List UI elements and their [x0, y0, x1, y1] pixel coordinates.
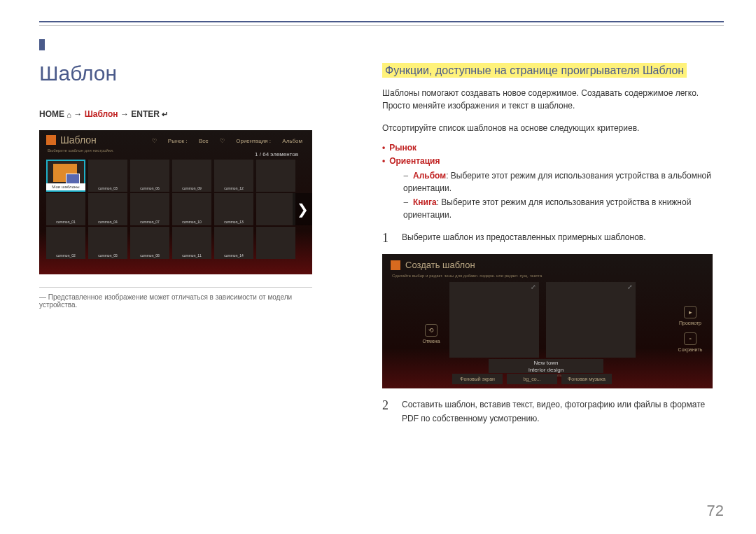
tab-bg-co[interactable]: bg_co... — [507, 374, 557, 384]
breadcrumb: HOME ⌂ → Шаблон → ENTER ↵ — [39, 109, 312, 119]
numbered-steps: 1 Выберите шаблон из предоставленных при… — [382, 231, 713, 425]
ss1-title: Шаблон — [60, 134, 97, 146]
template-tile[interactable] — [256, 160, 295, 192]
page-number: 72 — [707, 502, 724, 520]
save-button[interactable]: ▫ Сохранить — [676, 332, 704, 352]
sub-bullet-book: ‒Книга: Выберите этот режим для использо… — [403, 196, 713, 221]
top-line — [39, 25, 724, 26]
intro-text: Шаблоны помогают создавать новое содержи… — [382, 87, 713, 112]
template-tile[interactable]: common_03 — [88, 160, 127, 192]
breadcrumb-enter: ENTER — [131, 109, 160, 119]
folder-icon — [53, 164, 77, 182]
template-icon — [391, 260, 400, 270]
template-tile[interactable]: common_11 — [172, 227, 211, 259]
chapter-marker — [39, 39, 45, 50]
enter-icon: ↵ — [162, 110, 168, 119]
sort-intro: Отсортируйте список шаблонов на основе с… — [382, 122, 713, 134]
disclaimer: ― Представленное изображение может отлич… — [39, 293, 312, 309]
breadcrumb-item: Шаблон — [85, 109, 118, 119]
ss1-counter: 1 / 64 элементов — [255, 151, 298, 157]
template-tile[interactable]: common_06 — [130, 160, 169, 192]
ss1-subtitle: Выберите шаблон для настройки. — [48, 148, 114, 153]
preview-button[interactable]: ▸ Просмотр — [676, 306, 704, 325]
template-grid: Мои шаблоны common_03 common_06 common_0… — [46, 160, 295, 259]
template-tile[interactable]: common_09 — [172, 160, 211, 192]
cancel-button[interactable]: ⟲ Отмена — [417, 324, 445, 344]
right-column: Функции, доступные на странице проигрыва… — [382, 64, 713, 434]
content-panel[interactable] — [546, 282, 636, 358]
home-icon: ⌂ — [66, 111, 71, 119]
tab-bg-music[interactable]: Фоновая музыка — [561, 374, 612, 384]
template-tile[interactable]: common_07 — [130, 193, 169, 225]
create-template-screenshot: Создать шаблон Сделайте выбор и редакт. … — [382, 254, 713, 388]
divider — [39, 287, 312, 288]
step-text-2: Составить шаблон, вставив текст, видео, … — [402, 398, 713, 425]
sub-bullet-album: ‒Альбом: Выберите этот режим для использ… — [403, 169, 713, 195]
template-tile[interactable]: common_08 — [130, 227, 169, 259]
bottom-tabs: Фоновый экран bg_co... Фоновая музыка — [452, 374, 612, 384]
template-tile[interactable]: common_13 — [214, 193, 253, 225]
bullet-orientation: Ориентация — [389, 156, 440, 166]
template-icon — [46, 135, 56, 145]
subsection-title: Функции, доступные на странице проигрыва… — [382, 63, 687, 78]
breadcrumb-home: HOME — [39, 109, 64, 119]
criteria-list: •Рынок •Ориентация ‒Альбом: Выберите это… — [382, 141, 713, 221]
play-icon: ▸ — [684, 306, 696, 318]
ss1-filters: ♡ Рынок : Все ♡ Ориентация : Альбом — [142, 138, 302, 144]
template-tile[interactable] — [256, 227, 295, 259]
bullet-market: Рынок — [389, 143, 416, 153]
ss2-title: Создать шаблон — [405, 260, 475, 270]
top-border — [39, 21, 724, 22]
step-number-2: 2 — [382, 398, 392, 425]
template-tile[interactable]: common_14 — [214, 227, 253, 259]
section-title: Шаблон — [39, 62, 312, 85]
ss2-subtitle: Сделайте выбор и редакт. зоны для добавл… — [392, 274, 542, 278]
template-grid-screenshot: Шаблон Выберите шаблон для настройки. ♡ … — [39, 130, 312, 274]
tab-bg-screen[interactable]: Фоновый экран — [452, 374, 503, 384]
text-content-box[interactable]: New town interior design — [489, 359, 603, 373]
step-number-1: 1 — [382, 231, 392, 246]
template-tile[interactable]: common_01 — [46, 193, 85, 225]
step-text-1: Выберите шаблон из предоставленных приме… — [402, 231, 713, 246]
template-tile[interactable] — [256, 193, 295, 225]
template-tile[interactable]: common_10 — [172, 193, 211, 225]
left-column: Шаблон HOME ⌂ → Шаблон → ENTER ↵ Шаблон … — [39, 62, 312, 309]
template-tile[interactable]: common_04 — [88, 193, 127, 225]
template-tile[interactable]: common_12 — [214, 160, 253, 192]
cancel-icon: ⟲ — [425, 324, 438, 337]
content-panel[interactable] — [449, 282, 539, 358]
save-icon: ▫ — [684, 332, 696, 345]
template-tile[interactable]: common_05 — [88, 227, 127, 259]
tile-my-templates[interactable]: Мои шаблоны — [46, 160, 85, 192]
scroll-right-button[interactable]: ❯ — [293, 193, 312, 225]
template-tile[interactable]: common_02 — [46, 227, 85, 259]
